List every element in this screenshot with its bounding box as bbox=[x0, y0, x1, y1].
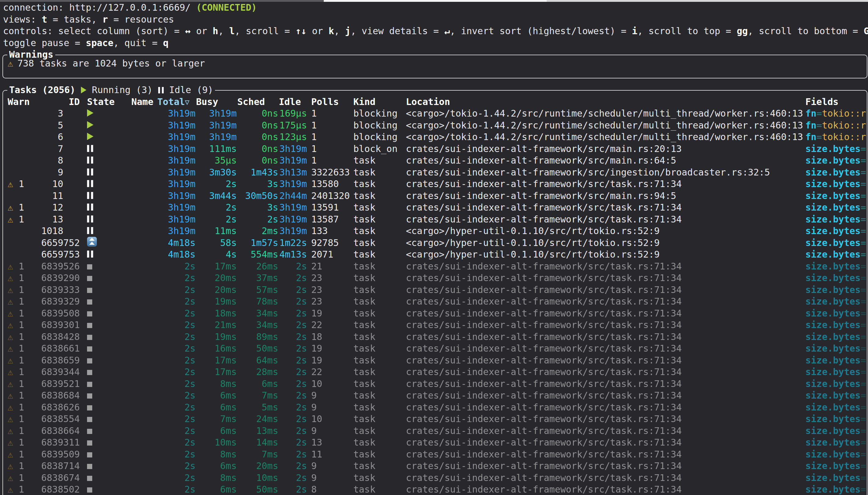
table-row[interactable]: ⚠ 168386842s6ms7ms2s9taskcrates/sui-inde… bbox=[3, 390, 867, 402]
polls-count: 13587 bbox=[307, 214, 353, 225]
sched-duration: 2ms bbox=[237, 225, 278, 236]
table-row[interactable]: ⚠ 168393292s19ms78ms2s23taskcrates/sui-i… bbox=[3, 296, 867, 308]
idle-duration: 2s bbox=[278, 343, 307, 354]
task-fields: size.bytes= bbox=[805, 320, 867, 330]
table-row[interactable]: 10183h19m11ms2ms3h19m133task<cargo>/hype… bbox=[3, 225, 867, 237]
table-row[interactable]: ⚠ 168384282s19ms89ms2s18taskcrates/sui-i… bbox=[3, 331, 867, 343]
warn-count: 1 bbox=[13, 331, 24, 342]
table-row[interactable]: ⚠ 168386592s17ms64ms2s19taskcrates/sui-i… bbox=[3, 354, 867, 366]
table-row[interactable]: 73h19m111ms0ns3h19m1block_oncrates/sui-i… bbox=[3, 143, 867, 155]
table-row[interactable]: 83h19m35µs0ns3h19m1taskcrates/sui-indexe… bbox=[3, 155, 867, 167]
table-row[interactable]: 63h19m3h19m0ns123µs1blocking<cargo>/toki… bbox=[3, 131, 867, 143]
column-header-polls[interactable]: Polls bbox=[307, 97, 353, 107]
task-fields: size.bytes= bbox=[805, 449, 867, 460]
column-header-fields[interactable]: Fields bbox=[805, 97, 867, 107]
task-fields: size.bytes= bbox=[805, 273, 867, 283]
task-id: 7 bbox=[41, 143, 80, 154]
table-row[interactable]: 93h19m3m30s1m43s3h13m3322633taskcrates/s… bbox=[3, 166, 867, 178]
table-row[interactable]: ⚠ 168385022s6ms50ms2s8taskcrates/sui-ind… bbox=[3, 484, 867, 495]
text-segment: , scroll = bbox=[235, 25, 296, 36]
task-kind: task bbox=[353, 402, 406, 413]
table-row[interactable]: 66597524m18s58s1m57s1m22s92785task<cargo… bbox=[3, 237, 867, 249]
warning-icon: ⚠ bbox=[7, 461, 13, 471]
warn-count: 1 bbox=[13, 425, 24, 436]
polls-count: 9 bbox=[307, 390, 353, 401]
text-segment: , view details = bbox=[351, 25, 445, 36]
column-header-total[interactable]: Total▿ bbox=[157, 97, 196, 107]
warn-cell: ⚠ 1 bbox=[7, 402, 41, 413]
busy-duration: 16ms bbox=[196, 343, 237, 354]
table-row[interactable]: ⚠ 168392902s20ms37ms2s23taskcrates/sui-i… bbox=[3, 272, 867, 284]
field-equals: = bbox=[861, 437, 866, 448]
warn-count: 1 bbox=[13, 273, 24, 283]
task-id: 11 bbox=[41, 190, 80, 201]
table-row[interactable]: ⚠ 168386612s16ms50ms2s19taskcrates/sui-i… bbox=[3, 343, 867, 355]
paused-state-icon bbox=[87, 145, 93, 152]
field-value: tokio::r bbox=[822, 108, 866, 119]
sched-duration: 64ms bbox=[237, 355, 278, 365]
busy-duration: 21ms bbox=[196, 320, 237, 330]
column-header-loc[interactable]: Location bbox=[406, 97, 805, 107]
polls-count: 19 bbox=[307, 355, 353, 365]
table-row[interactable]: ⚠ 1103h19m2s3s3h19m13580taskcrates/sui-i… bbox=[3, 178, 867, 190]
field-equals: = bbox=[861, 461, 866, 471]
column-header-sched[interactable]: Sched bbox=[237, 97, 278, 107]
task-location: crates/sui-indexer-alt-framework/src/mai… bbox=[406, 190, 805, 201]
column-header-busy[interactable]: Busy bbox=[196, 97, 237, 107]
column-header-idle[interactable]: Idle bbox=[278, 97, 307, 107]
table-row[interactable]: ⚠ 168393332s20ms57ms2s23taskcrates/sui-i… bbox=[3, 284, 867, 296]
table-row[interactable]: ⚠ 168395212s8ms6ms2s10taskcrates/sui-ind… bbox=[3, 378, 867, 390]
total-duration: 2s bbox=[157, 437, 196, 448]
task-kind: block_on bbox=[353, 143, 406, 154]
table-row[interactable]: ⚠ 1133h19m2s2s3h19m13587taskcrates/sui-i… bbox=[3, 213, 867, 225]
warn-cell: ⚠ 1 bbox=[7, 202, 41, 213]
warn-cell: ⚠ 1 bbox=[7, 390, 41, 401]
table-row[interactable]: ⚠ 168387142s6ms20ms2s9taskcrates/sui-ind… bbox=[3, 460, 867, 472]
table-row[interactable]: ⚠ 168385542s7ms24ms2s10taskcrates/sui-in… bbox=[3, 413, 867, 425]
column-header-name[interactable]: Name bbox=[124, 97, 157, 107]
table-row[interactable]: ⚠ 168386262s6ms5ms2s9taskcrates/sui-inde… bbox=[3, 401, 867, 413]
idle-duration: 2s bbox=[278, 402, 307, 413]
table-row[interactable]: ⚠ 168393442s17ms28ms2s22taskcrates/sui-i… bbox=[3, 366, 867, 378]
task-location: crates/sui-indexer-alt-framework/src/tas… bbox=[406, 320, 805, 330]
task-kind: task bbox=[353, 425, 406, 436]
table-row[interactable]: ⚠ 168395092s8ms7ms2s11taskcrates/sui-ind… bbox=[3, 448, 867, 460]
polls-count: 18 bbox=[307, 331, 353, 342]
task-id: 6839344 bbox=[41, 366, 80, 377]
text-segment: j bbox=[345, 25, 351, 36]
table-row[interactable]: 66597534m18s4s554ms4m13s2071task<cargo>/… bbox=[3, 249, 867, 261]
table-row[interactable]: ⚠ 168393112s10ms14ms2s13taskcrates/sui-i… bbox=[3, 437, 867, 449]
table-row[interactable]: ⚠ 168386642s6ms13ms2s9taskcrates/sui-ind… bbox=[3, 425, 867, 437]
table-row[interactable]: ⚠ 168393012s21ms34ms2s22taskcrates/sui-i… bbox=[3, 319, 867, 331]
table-row[interactable]: 113h19m3m44s30m50s2h44m2401320taskcrates… bbox=[3, 190, 867, 202]
column-header-kind[interactable]: Kind bbox=[353, 97, 406, 107]
busy-duration: 17ms bbox=[196, 366, 237, 377]
task-fields: size.bytes= bbox=[805, 378, 867, 389]
idle-duration: 3h19m bbox=[278, 214, 307, 225]
busy-duration: 4s bbox=[196, 249, 237, 260]
field-name: size.bytes bbox=[805, 331, 861, 342]
table-row[interactable]: ⚠ 1123h19m2s3s3h19m13591taskcrates/sui-i… bbox=[3, 202, 867, 214]
table-row[interactable]: ⚠ 168395082s18ms34ms2s19taskcrates/sui-i… bbox=[3, 307, 867, 319]
table-row[interactable]: 53h19m3h19m0ns175µs1blocking<cargo>/toki… bbox=[3, 119, 867, 131]
sched-duration: 2s bbox=[237, 214, 278, 225]
column-header-warn[interactable]: Warn bbox=[7, 97, 41, 107]
state-cell bbox=[80, 120, 157, 131]
polls-count: 1 bbox=[307, 120, 353, 131]
idle-duration: 3h19m bbox=[278, 225, 307, 236]
task-fields: size.bytes= bbox=[805, 425, 867, 436]
field-equals: = bbox=[861, 273, 866, 283]
column-header-id[interactable]: ID bbox=[41, 97, 80, 107]
table-row[interactable]: ⚠ 168386742s8ms10ms2s9taskcrates/sui-ind… bbox=[3, 472, 867, 484]
state-cell bbox=[80, 355, 157, 365]
table-row[interactable]: 33h19m3h19m0ns169µs1blocking<cargo>/toki… bbox=[3, 108, 867, 120]
column-header-state[interactable]: State bbox=[80, 97, 124, 107]
state-cell bbox=[80, 178, 157, 189]
task-location: <cargo>/hyper-util-0.1.10/src/rt/tokio.r… bbox=[406, 249, 805, 260]
warn-cell: ⚠ 1 bbox=[7, 461, 41, 471]
busy-duration: 18ms bbox=[196, 308, 237, 319]
task-kind: task bbox=[353, 484, 406, 495]
warn-count: 1 bbox=[13, 378, 24, 389]
table-row[interactable]: ⚠ 168395262s17ms26ms2s21taskcrates/sui-i… bbox=[3, 260, 867, 272]
warning-icon: ⚠ bbox=[7, 355, 13, 365]
